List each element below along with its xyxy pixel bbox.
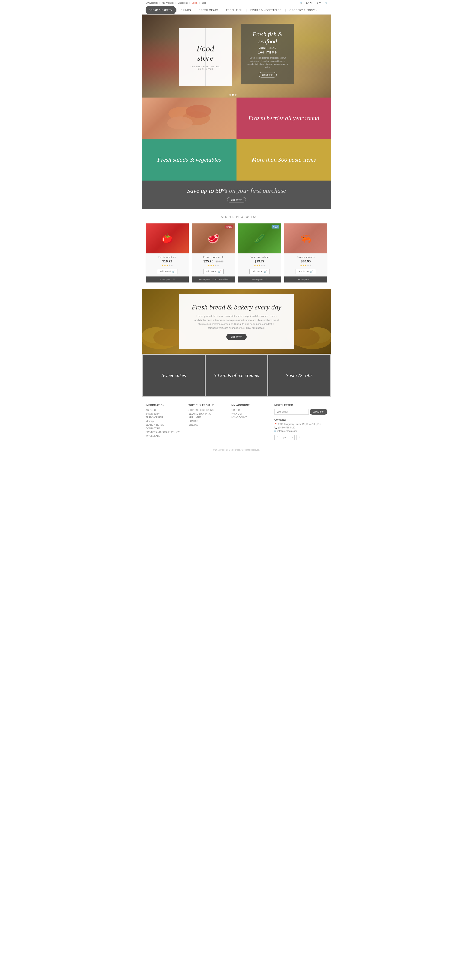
hero-dot-3[interactable]	[235, 94, 237, 96]
product-info-tomatoes: Fresh tomatoes $19.72 ★★★★★ add to cart …	[146, 253, 189, 277]
nav-item-meats[interactable]: FRESH MEATS	[196, 6, 221, 14]
category-box-icecream[interactable]: 30 kinds of ice creams	[205, 355, 268, 396]
category-icecream-text: 30 kinds of ice creams	[214, 372, 259, 379]
contact-phone: 📞 (345) 6789-0112	[274, 426, 327, 429]
my-wishlist-link[interactable]: My Wishlist	[162, 2, 174, 4]
nav-item-fruits[interactable]: FRUITS & VEGETABLES	[247, 6, 285, 14]
footer-link-shipping[interactable]: SHIPPING & RETURNS	[188, 409, 227, 411]
footer-link-contact[interactable]: CONTACT US	[146, 427, 184, 430]
contact-address: 📍 2345 Imaginary House Rd, Suite 100, St…	[274, 423, 327, 425]
footer-link-about[interactable]: ABOUT US	[146, 409, 184, 411]
contact-address-text: 2345 Imaginary House Rd, Suite 100, Ste …	[278, 423, 324, 425]
hero-dot-2[interactable]	[232, 94, 234, 96]
top-bar-controls: 🔍 EN FR $ € 🛒	[300, 2, 327, 5]
footer: Information: ABOUT US privacy policy TER…	[142, 397, 331, 458]
linkedin-icon[interactable]: in	[289, 435, 295, 440]
checkout-link[interactable]: Checkout	[178, 2, 187, 4]
footer-newsletter: Newsletter: subscribe › Contacts: 📍 2345…	[274, 404, 327, 440]
add-to-cart-shrimp[interactable]: add to cart 🛒	[296, 269, 316, 274]
footer-link-search[interactable]: SEARCH TERMS	[146, 423, 184, 426]
facebook-icon[interactable]: f	[274, 435, 280, 440]
promo-cell-berries[interactable]: Frozen berries all year round	[237, 97, 331, 139]
googleplus-icon[interactable]: g+	[282, 435, 287, 440]
category-box-cakes[interactable]: Sweet cakes	[143, 355, 205, 396]
footer-my-account: My account: ORDERS WISHLIST MY ACCOUNT	[231, 404, 270, 440]
newsletter-email-input[interactable]	[274, 409, 309, 415]
footer-link-wishlist[interactable]: WISHLIST	[231, 412, 270, 415]
footer-link-secure[interactable]: SECURE SHOPPING	[188, 412, 227, 415]
footer-link-wholesale[interactable]: WHOLESALE	[146, 435, 184, 437]
bakery-banner: Fresh bread & bakery every day Lorem ips…	[142, 289, 331, 354]
promo-berries-text: Frozen berries all year round	[248, 115, 319, 122]
product-card-cucumber: new 🥒 Fresh cucumbers $19.72 ★★★★★ add t…	[238, 223, 281, 283]
hero-fish-btn[interactable]: click here ›	[259, 72, 277, 78]
footer-why-buy: Why buy from us: SHIPPING & RETURNS SECU…	[188, 404, 227, 440]
category-box-sushi[interactable]: Sushi & rolls	[268, 355, 330, 396]
product-card-steak: sale 🥩 Frozen pork steak $25.25 $28.90 ★…	[192, 223, 235, 283]
product-img-shrimp: 🦐	[284, 223, 327, 253]
product-name-steak: Frozen pork steak	[194, 256, 233, 258]
nav-item-fish[interactable]: FRESH FISH	[223, 6, 245, 14]
product-badge-sale: sale	[225, 225, 233, 229]
product-name-tomatoes: Fresh tomatoes	[148, 256, 186, 258]
hero-dot-1[interactable]	[229, 94, 231, 96]
twitter-icon[interactable]: t	[296, 435, 302, 440]
my-account-link[interactable]: My Account	[146, 2, 158, 4]
promo-cell-salads[interactable]: Fresh salads & vegetables	[142, 139, 237, 181]
search-icon[interactable]: 🔍	[300, 2, 303, 4]
wishlist-cucumber[interactable]: ♡	[265, 278, 267, 281]
footer-link-orders[interactable]: ORDERS	[231, 409, 270, 411]
wishlist-tomatoes[interactable]: ♡	[173, 278, 175, 281]
compare-steak[interactable]: ⇄ compare	[199, 278, 210, 281]
nav-item-grocery[interactable]: GROCERY & FROZEN	[286, 6, 321, 14]
nav-item-bakery[interactable]: BREAD & BAKERY	[146, 6, 176, 14]
cart-icon[interactable]: 🛒	[325, 2, 327, 4]
wishlist-shrimp[interactable]: ♡	[312, 278, 313, 281]
svg-point-3	[186, 105, 211, 118]
phone-icon: 📞	[274, 426, 277, 429]
currency-select[interactable]: $ €	[316, 2, 322, 5]
subscribe-btn[interactable]: subscribe ›	[310, 409, 327, 415]
login-link[interactable]: Login	[192, 2, 197, 4]
product-card-shrimp: 🦐 Frozen shrimps $30.95 ★★★★★ add to car…	[284, 223, 327, 283]
footer-link-privacy[interactable]: privacy policy	[146, 412, 184, 415]
product-actions-steak: ⇄ compare ♡ add to wishlist	[192, 277, 235, 282]
footer-link-contact2[interactable]: CONTACT	[188, 420, 227, 422]
footer-link-cookie[interactable]: PRIVACY AND COOKIE POLICY	[146, 431, 184, 434]
promo-cell-salmon[interactable]	[142, 97, 237, 139]
promo-cell-pasta[interactable]: More than 300 pasta items	[237, 139, 331, 181]
footer-link-myaccount[interactable]: MY ACCOUNT	[231, 416, 270, 419]
add-to-cart-tomatoes[interactable]: add to cart 🛒	[157, 269, 177, 274]
product-info-steak: Frozen pork steak $25.25 $28.90 ★★★★★ ad…	[192, 253, 235, 277]
compare-tomatoes[interactable]: ⇄ compare	[160, 278, 170, 281]
language-select[interactable]: EN FR	[305, 2, 313, 5]
location-icon: 📍	[274, 423, 277, 425]
product-actions-tomatoes: ⇄ compare ♡	[146, 277, 189, 282]
add-to-cart-steak[interactable]: add to cart 🛒	[203, 269, 224, 274]
product-stars-shrimp: ★★★★★	[287, 264, 325, 267]
category-sushi-text: Sushi & rolls	[286, 372, 312, 379]
footer-link-sitemap2[interactable]: SITE MAP	[188, 423, 227, 426]
add-to-cart-cucumber[interactable]: add to cart 🛒	[249, 269, 270, 274]
wishlist-steak[interactable]: ♡ add to wishlist	[212, 278, 228, 281]
hero-fish-panel: Fresh fish & seafood MORE THAN 100 ITEMS…	[241, 24, 294, 84]
promo-pasta-text: More than 300 pasta items	[252, 156, 316, 164]
footer-info-title: Information:	[146, 404, 184, 407]
footer-grid: Information: ABOUT US privacy policy TER…	[146, 404, 327, 440]
save-banner-btn[interactable]: click here ›	[227, 197, 246, 202]
category-cakes-text: Sweet cakes	[161, 372, 186, 379]
newsletter-form: subscribe ›	[274, 409, 327, 415]
product-price-steak: $25.25 $28.90	[194, 259, 233, 263]
products-grid: 🍅 Fresh tomatoes $19.72 ★★★★★ add to car…	[146, 223, 327, 283]
footer-link-affiliates[interactable]: AFFILIATES	[188, 416, 227, 419]
product-actions-cucumber: ⇄ compare ♡	[238, 277, 281, 282]
footer-link-sitemap[interactable]: sitemap	[146, 420, 184, 422]
compare-cucumber[interactable]: ⇄ compare	[252, 278, 263, 281]
blog-link[interactable]: Blog	[202, 2, 206, 4]
nav-item-drinks[interactable]: DRINKS	[177, 6, 194, 14]
compare-shrimp[interactable]: ⇄ compare	[298, 278, 309, 281]
footer-link-terms[interactable]: TERMS OF USE	[146, 416, 184, 419]
bakery-btn[interactable]: click here ›	[226, 334, 247, 340]
product-name-cucumber: Fresh cucumbers	[240, 256, 279, 258]
footer-why-title: Why buy from us:	[188, 404, 227, 407]
